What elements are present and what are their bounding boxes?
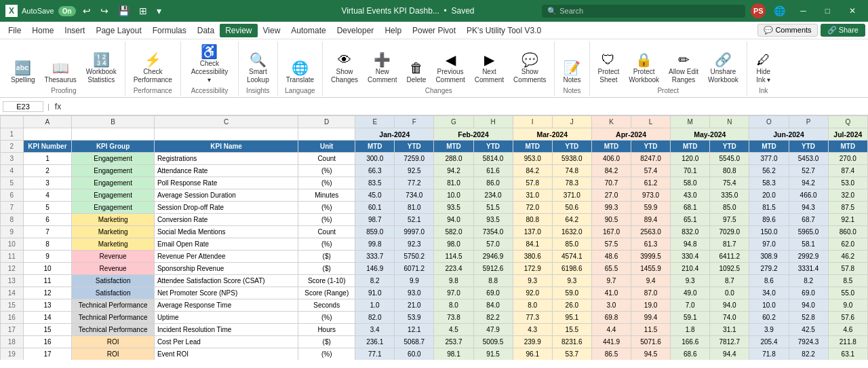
ribbon-translate[interactable]: 🌐 Translate [282, 60, 318, 86]
menu-data[interactable]: Data [192, 24, 220, 37]
title-bar-right: 🔍 PS 🌐 ─ □ ✕ [542, 0, 863, 22]
ribbon-hide-ink[interactable]: 🖊 HideInk ▾ [751, 52, 776, 86]
ribbon-new-comment[interactable]: ➕ NewComment [363, 52, 401, 86]
table-row[interactable]: 53EngagementPoll Response Rate(%)83.577.… [1, 177, 868, 189]
more-icon[interactable]: ▾ [154, 4, 164, 18]
menu-formulas[interactable]: Formulas [147, 24, 192, 37]
ribbon-notes[interactable]: 📝 Notes [559, 60, 585, 86]
col-d-header: D [298, 116, 355, 128]
next-comment-icon: ▶ [484, 53, 494, 67]
cell-reference-input[interactable]: E23 [3, 101, 43, 112]
maximize-button[interactable]: □ [818, 0, 837, 22]
accessibility-label: Accessibility [191, 86, 228, 94]
table-row[interactable]: 119RevenueRevenue Per Attendee($)333.757… [1, 251, 868, 263]
table-row[interactable]: 1412SatisfactionNet Promoter Score (NPS)… [1, 287, 868, 299]
ribbon-protect-sheet[interactable]: 🛡 ProtectSheet [594, 52, 624, 86]
table-row[interactable]: 1816ROICost Per Lead($)236.15068.7253.75… [1, 336, 868, 348]
ribbon-group-performance: ⚡ CheckPerformance Performance [125, 41, 181, 96]
ink-label: Ink [759, 86, 768, 94]
subheader-row: 2KPI NumberKPI GroupKPI NameUnitMTDYTDMT… [1, 141, 868, 153]
globe-icon[interactable]: 🌐 [771, 4, 788, 18]
menu-insert[interactable]: Insert [59, 24, 90, 37]
table-row[interactable]: 1715Technical PerformanceIncident Resolu… [1, 324, 868, 336]
redo-icon[interactable]: ↪ [98, 4, 111, 18]
table-row[interactable]: 75EngagementSession Drop-off Rate(%)60.1… [1, 202, 868, 214]
table-row[interactable]: 1614Technical PerformanceUptime(%)82.053… [1, 312, 868, 324]
menu-page-layout[interactable]: Page Layout [90, 24, 146, 37]
proofing-label: Proofing [51, 86, 76, 94]
table-row[interactable]: 97MarketingSocial Media MentionsCount859… [1, 226, 868, 238]
col-c-header: C [154, 116, 298, 128]
save-icon[interactable]: 💾 [115, 4, 132, 18]
spreadsheet: A B C D E F G H I J K L M N O P Q 1 Jan [0, 115, 868, 360]
excel-icon: X [5, 5, 18, 17]
menu-home[interactable]: Home [26, 24, 59, 37]
search-box[interactable]: 🔍 [542, 5, 745, 18]
allow-edit-icon: ✏ [678, 53, 690, 67]
ribbon-spelling[interactable]: 🔤 Spelling [7, 60, 39, 86]
row-num-1: 1 [1, 128, 24, 141]
user-avatar[interactable]: PS [751, 3, 766, 18]
minimize-button[interactable]: ─ [793, 0, 813, 22]
col-k-header: K [591, 116, 631, 128]
notes-label: Notes [563, 86, 580, 94]
protect-sheet-icon: 🛡 [601, 53, 615, 67]
ribbon-smart-lookup[interactable]: 🔍 SmartLookup [243, 52, 273, 86]
ribbon-group-changes: 👁 ShowChanges ➕ NewComment 🗑 Delete ◀ Pr… [323, 41, 555, 96]
menu-review[interactable]: Review [220, 24, 257, 37]
ribbon-group-accessibility: ♿ CheckAccessibility ▾ Accessibility [181, 41, 239, 96]
menu-power-pivot[interactable]: Power Pivot [407, 24, 461, 37]
undo-icon[interactable]: ↩ [80, 4, 94, 18]
table-row[interactable]: 1210RevenueSponsorship Revenue($)146.960… [1, 263, 868, 275]
menu-developer[interactable]: Developer [332, 24, 380, 37]
col-m-header: M [671, 116, 710, 128]
menu-automate[interactable]: Automate [285, 24, 331, 37]
search-input[interactable] [559, 7, 729, 15]
table-row[interactable]: 31EngagementRegistrationsCount300.07259.… [1, 153, 868, 165]
table-row[interactable]: 108MarketingEmail Open Rate(%)99.892.398… [1, 238, 868, 251]
notes-icon: 📝 [564, 61, 580, 75]
month-header-row: 1 Jan-2024 Feb-2024 Mar-2024 Apr-2024 Ma… [1, 128, 868, 141]
autosave-toggle[interactable]: On [58, 6, 76, 16]
ribbon-thesaurus[interactable]: 📖 Thesaurus [41, 60, 81, 86]
table-row[interactable]: 86MarketingConversion Rate(%)98.752.194.… [1, 214, 868, 226]
ribbon-group-notes: 📝 Notes Notes [555, 41, 589, 96]
performance-label: Performance [134, 86, 172, 94]
grid-icon[interactable]: ⊞ [136, 4, 150, 18]
performance-icon: ⚡ [144, 53, 161, 67]
accessibility-icon: ♿ [201, 45, 218, 58]
ribbon-prev-comment[interactable]: ◀ PreviousComment [431, 52, 469, 86]
formula-input[interactable] [65, 102, 865, 111]
comments-button[interactable]: 💬 Comments [757, 24, 817, 37]
col-header-row: A B C D E F G H I J K L M N O P Q [1, 116, 868, 128]
menu-view[interactable]: View [258, 24, 286, 37]
ribbon-check-accessibility[interactable]: ♿ CheckAccessibility ▾ [185, 43, 234, 86]
menu-file[interactable]: File [3, 24, 26, 37]
share-button[interactable]: 🔗 Share [821, 24, 865, 37]
formula-bar: E23 | fx [0, 98, 868, 115]
ribbon-show-comments[interactable]: 💬 ShowComments [509, 52, 550, 86]
ribbon-allow-edit-ranges[interactable]: ✏ Allow EditRanges [665, 52, 703, 86]
ribbon-protect-workbook[interactable]: 🔒 ProtectWorkbook [625, 52, 663, 86]
ribbon-show-changes[interactable]: 👁 ShowChanges [327, 52, 362, 86]
ribbon-unshare-workbook[interactable]: 🔗 UnshareWorkbook [704, 52, 743, 86]
close-button[interactable]: ✕ [842, 0, 863, 22]
ribbon-delete[interactable]: 🗑 Delete [402, 60, 430, 86]
insights-label: Insights [246, 86, 269, 94]
table-row[interactable]: 1513Technical PerformanceAverage Respons… [1, 299, 868, 312]
ribbon-next-comment[interactable]: ▶ NextComment [471, 52, 508, 86]
show-changes-icon: 👁 [338, 53, 351, 67]
menu-help[interactable]: Help [379, 24, 407, 37]
ribbon-group-insights: 🔍 SmartLookup Insights [239, 41, 278, 96]
stats-icon: 🔢 [93, 53, 110, 67]
formula-bar-divider: | [46, 103, 51, 111]
ribbon-workbook-statistics[interactable]: 🔢 WorkbookStatistics [82, 52, 121, 86]
table-row[interactable]: 42EngagementAttendance Rate(%)66.392.594… [1, 165, 868, 177]
table-row[interactable]: 64EngagementAverage Session DurationMinu… [1, 189, 868, 202]
menu-pk-utility[interactable]: PK's Utility Tool V3.0 [461, 24, 547, 37]
col-j-header: J [552, 116, 591, 128]
table-row[interactable]: 1311SatisfactionAttendee Satisfaction Sc… [1, 275, 868, 287]
ribbon-check-performance[interactable]: ⚡ CheckPerformance [130, 52, 176, 86]
table-row[interactable]: 1917ROIEvent ROI(%)77.160.098.191.596.15… [1, 348, 868, 361]
search-icon: 🔍 [547, 7, 557, 16]
